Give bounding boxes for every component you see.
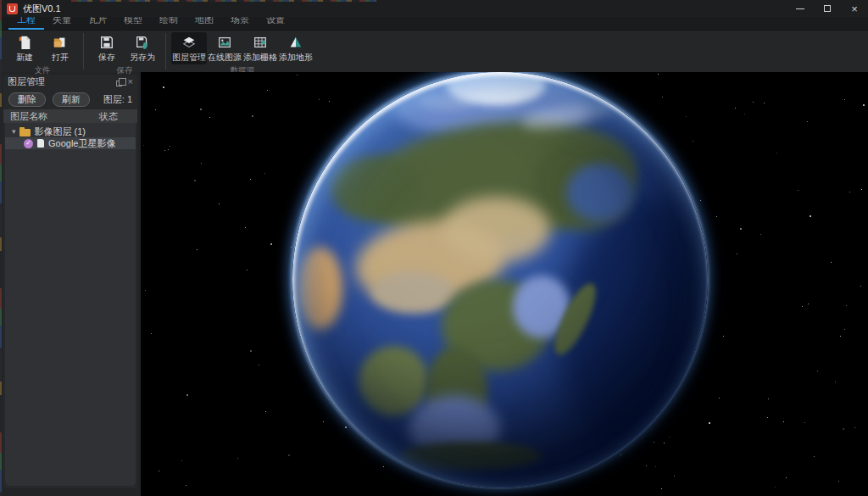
star: [197, 249, 198, 250]
star: [655, 466, 656, 467]
maximize-button[interactable]: [814, 0, 841, 17]
star: [265, 411, 266, 412]
star: [764, 103, 765, 103]
layer-manager-icon: [181, 34, 198, 51]
caret-down-icon[interactable]: ▾: [12, 127, 16, 136]
save-as-button[interactable]: 另存为: [125, 32, 160, 64]
save-button[interactable]: 保存: [89, 32, 125, 64]
ribbon-toolbar: 新建 打开 文件 保存: [0, 31, 868, 72]
delete-layer-button[interactable]: 删除: [8, 92, 46, 107]
star: [798, 190, 798, 191]
window-title: 优图V0.1: [23, 3, 61, 15]
layer-item-row[interactable]: ✓ Google卫星影像: [5, 137, 136, 149]
star: [646, 465, 647, 466]
star: [264, 173, 265, 174]
layer-panel-title: 图层管理: [8, 75, 45, 88]
ribbon-separator: [165, 33, 166, 70]
button-label: 新建: [16, 52, 33, 64]
panel-close-button[interactable]: ×: [128, 77, 133, 86]
new-project-button[interactable]: 新建: [7, 32, 42, 64]
star: [170, 146, 170, 147]
star: [849, 192, 850, 192]
layer-visibility-checkbox[interactable]: ✓: [24, 139, 33, 148]
star: [181, 460, 182, 461]
star: [250, 350, 252, 352]
star: [159, 471, 159, 471]
open-folder-icon: [52, 34, 69, 51]
layer-group-row[interactable]: ▾ 影像图层 (1): [5, 125, 136, 137]
star: [209, 117, 210, 118]
button-label: 图层管理: [172, 52, 206, 64]
map-viewport[interactable]: [141, 72, 868, 496]
star: [270, 243, 272, 245]
ribbon-group-file: 新建 打开 文件: [3, 31, 81, 72]
star: [252, 115, 253, 117]
app-window: 优图V0.1 × 工程 矢量 瓦片 模型 绘制 地图 场景 设置 新建: [0, 0, 868, 496]
star: [775, 487, 776, 488]
star: [753, 102, 754, 103]
star: [767, 417, 768, 418]
star: [164, 150, 165, 151]
star: [716, 216, 717, 217]
button-label: 在线图源: [208, 52, 242, 64]
star: [259, 365, 259, 365]
star: [814, 456, 815, 457]
star: [760, 234, 761, 235]
layer-count-label: 图层: 1: [103, 93, 132, 106]
star: [155, 109, 156, 110]
star: [329, 101, 330, 102]
star: [219, 203, 220, 204]
star: [186, 485, 186, 486]
open-project-button[interactable]: 打开: [42, 32, 78, 64]
star: [291, 247, 292, 248]
app-logo-glyph: [9, 6, 15, 12]
layer-manager-button[interactable]: 图层管理: [171, 32, 207, 64]
menu-tab-bar: 工程 矢量 瓦片 模型 绘制 地图 场景 设置: [0, 17, 868, 31]
star: [383, 466, 384, 467]
star: [267, 90, 268, 91]
star: [143, 145, 144, 146]
screen-edge-artifact-top: [71, 0, 376, 2]
star: [844, 99, 845, 100]
star: [709, 422, 710, 424]
layer-group-label: 影像图层 (1): [35, 125, 86, 138]
star: [200, 109, 202, 110]
online-imagery-button[interactable]: 在线图源: [207, 32, 242, 64]
add-terrain-button[interactable]: 添加地形: [278, 32, 314, 64]
star: [247, 270, 248, 270]
screen-edge-artifact-left: [0, 0, 2, 496]
column-header-name[interactable]: 图层名称: [10, 110, 47, 123]
earth-globe[interactable]: [292, 72, 708, 488]
star: [145, 290, 146, 291]
star: [844, 329, 845, 330]
star: [776, 153, 777, 153]
layer-table-header: 图层名称 状态: [3, 109, 137, 123]
refresh-layers-button[interactable]: 刷新: [53, 92, 90, 107]
column-header-status[interactable]: 状态: [99, 110, 118, 123]
star: [168, 149, 169, 150]
star: [737, 254, 737, 254]
star: [840, 336, 841, 337]
star: [654, 442, 654, 443]
star: [817, 371, 818, 371]
minimize-icon: [796, 8, 804, 9]
ribbon-group-datasource: 图层管理 在线图源 添加栅格: [168, 31, 317, 72]
window-controls: ×: [787, 0, 868, 17]
star: [744, 114, 745, 114]
star: [186, 394, 188, 396]
close-button[interactable]: ×: [841, 0, 868, 17]
star: [719, 398, 720, 398]
float-window-icon: [116, 81, 122, 86]
save-icon: [98, 34, 115, 51]
star: [768, 398, 769, 399]
star: [854, 427, 855, 428]
minimize-button[interactable]: [787, 0, 814, 17]
star: [662, 97, 663, 98]
star: [838, 481, 839, 482]
add-raster-button[interactable]: 添加栅格: [242, 32, 278, 64]
panel-float-button[interactable]: [116, 75, 122, 90]
button-label: 另存为: [130, 52, 155, 64]
star: [835, 382, 836, 382]
star: [297, 75, 298, 75]
button-label: 打开: [52, 52, 69, 64]
